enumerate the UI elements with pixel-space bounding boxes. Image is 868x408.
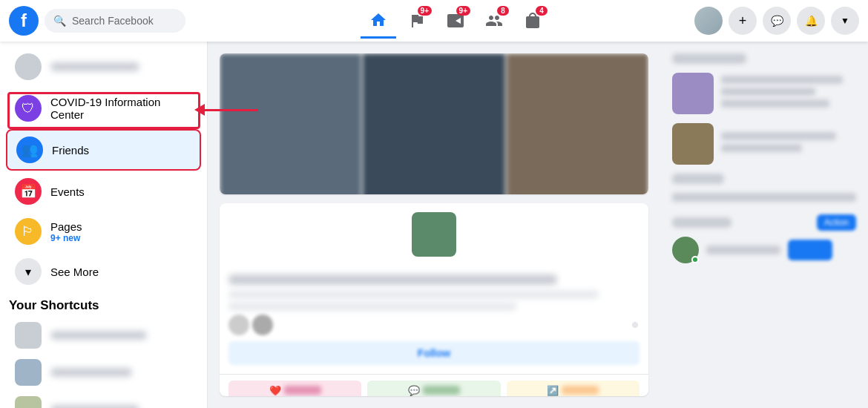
shortcut-name — [50, 331, 147, 340]
contacts-title — [672, 217, 731, 228]
shortcut-item[interactable] — [6, 355, 201, 390]
search-icon: 🔍 — [53, 15, 66, 27]
search-bar[interactable]: 🔍 Search Facebook — [45, 9, 185, 33]
account-menu-button[interactable]: ▼ — [831, 7, 859, 35]
reactions-row: ❤️ 💬 ↗️ — [220, 374, 648, 396]
sidebar-friends-label: Friends — [52, 144, 89, 157]
right-section-title-2 — [672, 174, 724, 184]
right-panel-item-2[interactable] — [672, 123, 856, 165]
right-text-line-3 — [721, 99, 829, 108]
nav-marketplace-button[interactable]: 4 — [515, 3, 550, 39]
post-description-1 — [228, 291, 599, 298]
search-placeholder-text: Search Facebook — [72, 15, 154, 27]
friends-badge: 8 — [497, 6, 509, 16]
contact-name-1 — [706, 246, 780, 254]
sidebar-see-more[interactable]: ▾ See More — [6, 252, 201, 291]
user-avatar[interactable] — [694, 7, 723, 35]
messenger-button[interactable]: 💬 — [763, 7, 791, 35]
shortcut-avatar — [15, 322, 42, 349]
like-label — [284, 386, 321, 395]
sidebar-pages-label: Pages — [50, 220, 82, 233]
feed-card-photos — [220, 53, 648, 194]
feed-area: Follow ❤️ 💬 ↗️ — [208, 42, 660, 408]
sidebar-item-covid[interactable]: 🛡 COVID-19 Information Center — [6, 89, 201, 128]
home-icon — [369, 11, 387, 29]
feed-post-body: Follow — [220, 203, 648, 374]
post-action-button[interactable]: Follow — [228, 341, 640, 365]
nav-friends-button[interactable]: 8 — [476, 3, 512, 39]
contact-item-1[interactable] — [672, 237, 856, 263]
pages-icon: 🏳 — [15, 218, 42, 245]
nav-watch-button[interactable]: 9+ — [438, 3, 473, 39]
watch-badge: 9+ — [456, 6, 470, 16]
pages-new-badge: 9+ new — [50, 233, 82, 243]
contact-action-button-1[interactable] — [788, 240, 832, 260]
right-subsection-label — [672, 193, 856, 202]
nav-right: + 💬 🔔 ▼ — [694, 7, 859, 35]
see-more-label: See More — [50, 266, 99, 278]
right-item-text-1 — [721, 76, 856, 111]
shortcut-name — [50, 368, 132, 377]
shortcut-name — [50, 405, 139, 408]
share-label — [562, 386, 599, 395]
post-image — [412, 212, 456, 257]
shortcut-avatar — [15, 359, 42, 386]
right-text-line-2 — [721, 88, 815, 96]
post-title — [228, 274, 557, 285]
covid-icon: 🛡 — [15, 95, 42, 122]
right-panel: Action — [660, 42, 868, 408]
top-navigation: f 🔍 Search Facebook 9+ 9+ — [0, 0, 868, 42]
pages-text-block: Pages 9+ new — [50, 220, 82, 243]
sidebar-covid-label: COVID-19 Information Center — [50, 96, 192, 121]
right-item-text-2 — [721, 132, 856, 156]
reaction-comment-button[interactable]: 💬 — [367, 381, 500, 396]
right-text-line-1 — [721, 76, 843, 84]
shortcut-item[interactable] — [6, 392, 201, 408]
reaction-share-button[interactable]: ↗️ — [507, 381, 640, 396]
right-text-line-4 — [721, 132, 836, 140]
right-panel-item-1[interactable] — [672, 73, 856, 114]
create-button[interactable]: + — [729, 7, 757, 35]
nav-center: 9+ 9+ 8 4 — [217, 3, 694, 39]
right-item-avatar-1 — [672, 73, 714, 114]
contacts-header: Action — [672, 214, 856, 231]
sidebar-user-avatar — [15, 53, 42, 80]
sidebar-item-events[interactable]: 📅 Events — [6, 172, 201, 211]
comment-label — [423, 386, 460, 395]
sidebar-events-label: Events — [50, 185, 85, 198]
facebook-logo[interactable]: f — [9, 6, 39, 36]
like-icon: ❤️ — [269, 385, 281, 396]
main-layout: 🛡 COVID-19 Information Center 👥 Friends … — [0, 42, 868, 408]
contact-avatar-1 — [672, 237, 699, 263]
friends-icon: 👥 — [16, 136, 43, 163]
sidebar: 🛡 COVID-19 Information Center 👥 Friends … — [0, 42, 208, 408]
shortcuts-header: Your Shortcuts — [0, 292, 207, 316]
marketplace-badge: 4 — [536, 6, 548, 16]
collage-photo-3 — [507, 53, 648, 194]
nav-flag-button[interactable]: 9+ — [399, 3, 435, 39]
feed-card-post: Follow ❤️ 💬 ↗️ — [220, 203, 648, 396]
right-text-line-5 — [721, 144, 802, 152]
sidebar-user-profile[interactable] — [6, 47, 201, 86]
sidebar-user-name — [50, 62, 139, 71]
right-section-title-1 — [672, 53, 746, 64]
flag-badge: 9+ — [418, 6, 432, 16]
collage-photo-2 — [363, 53, 504, 194]
nav-home-button[interactable] — [361, 3, 396, 39]
sidebar-item-friends[interactable]: 👥 Friends — [6, 129, 201, 171]
chevron-down-icon: ▾ — [15, 258, 42, 285]
notifications-button[interactable]: 🔔 — [797, 7, 825, 35]
sidebar-item-pages[interactable]: 🏳 Pages 9+ new — [6, 212, 201, 251]
shortcut-avatar — [15, 396, 42, 408]
share-icon: ↗️ — [547, 385, 559, 396]
right-item-avatar-2 — [672, 123, 714, 165]
collage-photo-1 — [220, 53, 361, 194]
post-description-2 — [228, 303, 516, 310]
contacts-action-button[interactable]: Action — [817, 214, 856, 231]
shortcut-item[interactable] — [6, 317, 201, 353]
reaction-like-button[interactable]: ❤️ — [228, 381, 361, 396]
comment-icon: 💬 — [408, 385, 420, 396]
nav-left: f 🔍 Search Facebook — [9, 6, 217, 36]
photo-collage — [220, 53, 648, 194]
events-icon: 📅 — [15, 178, 42, 205]
